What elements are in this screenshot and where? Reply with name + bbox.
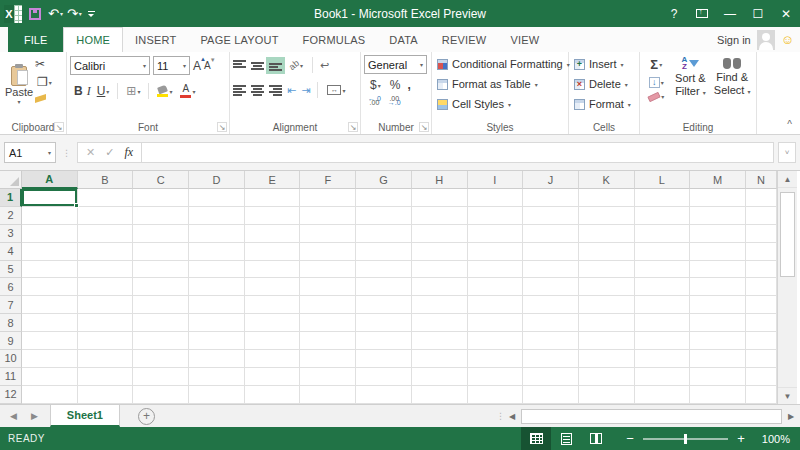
sheet-nav-right-button[interactable]: ▶: [31, 411, 38, 421]
cell-a12[interactable]: [22, 386, 78, 404]
maximize-button[interactable]: ☐: [744, 0, 772, 27]
column-header-n[interactable]: N: [746, 171, 777, 189]
cell-e6[interactable]: [245, 278, 301, 296]
cell-a7[interactable]: [22, 296, 78, 314]
cell-k2[interactable]: [579, 207, 635, 225]
row-header-6[interactable]: 6: [0, 278, 22, 296]
name-box-dropdown[interactable]: ▾: [48, 149, 51, 156]
number-format-select[interactable]: General▾: [364, 55, 427, 74]
column-header-l[interactable]: L: [635, 171, 691, 189]
cell-k3[interactable]: [579, 225, 635, 243]
sort-filter-button[interactable]: AZ Sort &Filter ▾: [670, 54, 712, 120]
tab-file[interactable]: FILE: [8, 27, 63, 52]
cell-l3[interactable]: [635, 225, 691, 243]
cell-n2[interactable]: [746, 207, 777, 225]
cell-j8[interactable]: [523, 314, 579, 332]
cell-j12[interactable]: [523, 386, 579, 404]
cell-f9[interactable]: [300, 332, 356, 350]
cell-i9[interactable]: [468, 332, 524, 350]
tab-insert[interactable]: INSERT: [123, 27, 188, 52]
cell-c8[interactable]: [133, 314, 189, 332]
center-button[interactable]: [251, 85, 264, 96]
font-family-select[interactable]: Calibri▾: [70, 56, 150, 75]
cell-d1[interactable]: [189, 189, 245, 207]
horizontal-scrollbar[interactable]: ◀ ▶: [505, 405, 800, 427]
tab-view[interactable]: VIEW: [498, 27, 551, 52]
cell-m2[interactable]: [690, 207, 746, 225]
cell-m7[interactable]: [690, 296, 746, 314]
cell-f4[interactable]: [300, 243, 356, 261]
clipboard-dialog-launcher[interactable]: ↘: [54, 122, 64, 132]
undo-dropdown[interactable]: ▾: [60, 11, 63, 17]
font-family-dropdown[interactable]: ▾: [143, 62, 146, 69]
cell-j1[interactable]: [523, 189, 579, 207]
cell-e7[interactable]: [245, 296, 301, 314]
cell-n8[interactable]: [746, 314, 777, 332]
cell-b6[interactable]: [78, 278, 134, 296]
cell-d5[interactable]: [189, 261, 245, 279]
cancel-button[interactable]: ✕: [86, 146, 95, 159]
cell-i3[interactable]: [468, 225, 524, 243]
close-button[interactable]: ✕: [772, 0, 800, 27]
row-header-12[interactable]: 12: [0, 386, 22, 404]
font-dialog-launcher[interactable]: ↘: [217, 122, 227, 132]
expand-formula-bar-button[interactable]: ˅: [778, 142, 796, 163]
column-header-i[interactable]: I: [468, 171, 524, 189]
cell-k8[interactable]: [579, 314, 635, 332]
cell-c3[interactable]: [133, 225, 189, 243]
name-box[interactable]: A1▾: [4, 142, 56, 163]
row-header-8[interactable]: 8: [0, 314, 22, 332]
cell-f8[interactable]: [300, 314, 356, 332]
font-color-button[interactable]: A▾: [178, 83, 197, 99]
cell-j6[interactable]: [523, 278, 579, 296]
font-color-dropdown[interactable]: ▾: [192, 88, 195, 95]
insert-cells-button[interactable]: Insert ▾: [572, 54, 636, 74]
vertical-scrollbar[interactable]: ▲ ▼: [777, 171, 797, 404]
cell-j11[interactable]: [523, 368, 579, 386]
orientation-button[interactable]: ab▾: [287, 59, 305, 71]
cell-f7[interactable]: [300, 296, 356, 314]
cell-i10[interactable]: [468, 350, 524, 368]
cell-m3[interactable]: [690, 225, 746, 243]
cell-m1[interactable]: [690, 189, 746, 207]
bottom-align-button[interactable]: [269, 60, 282, 71]
cell-c10[interactable]: [133, 350, 189, 368]
cell-f12[interactable]: [300, 386, 356, 404]
cell-g1[interactable]: [356, 189, 412, 207]
row-header-1[interactable]: 1: [0, 189, 22, 207]
cell-j5[interactable]: [523, 261, 579, 279]
cell-c9[interactable]: [133, 332, 189, 350]
cell-d8[interactable]: [189, 314, 245, 332]
cell-e12[interactable]: [245, 386, 301, 404]
cell-j10[interactable]: [523, 350, 579, 368]
cell-m11[interactable]: [690, 368, 746, 386]
formula-bar-splitter[interactable]: ⋮: [62, 148, 71, 158]
zoom-slider-thumb[interactable]: [684, 434, 687, 444]
cell-b1[interactable]: [78, 189, 134, 207]
cell-e1[interactable]: [245, 189, 301, 207]
cell-a11[interactable]: [22, 368, 78, 386]
cell-f6[interactable]: [300, 278, 356, 296]
paste-button[interactable]: Paste ▾: [3, 54, 35, 116]
format-cells-button[interactable]: Format ▾: [572, 94, 636, 114]
cell-k11[interactable]: [579, 368, 635, 386]
cell-d10[interactable]: [189, 350, 245, 368]
cell-i7[interactable]: [468, 296, 524, 314]
scroll-left-button[interactable]: ◀: [505, 412, 519, 421]
collapse-ribbon-button[interactable]: ^: [787, 119, 792, 130]
customize-qat-button[interactable]: [88, 11, 95, 17]
cell-m8[interactable]: [690, 314, 746, 332]
cell-e3[interactable]: [245, 225, 301, 243]
cell-a9[interactable]: [22, 332, 78, 350]
cell-d6[interactable]: [189, 278, 245, 296]
feedback-smiley-icon[interactable]: ☺: [781, 32, 794, 47]
cell-m6[interactable]: [690, 278, 746, 296]
cell-g11[interactable]: [356, 368, 412, 386]
cell-l5[interactable]: [635, 261, 691, 279]
zoom-slider[interactable]: [643, 438, 728, 440]
column-header-a[interactable]: A: [22, 171, 78, 189]
cell-g4[interactable]: [356, 243, 412, 261]
cell-c2[interactable]: [133, 207, 189, 225]
cell-h11[interactable]: [412, 368, 468, 386]
cell-i11[interactable]: [468, 368, 524, 386]
